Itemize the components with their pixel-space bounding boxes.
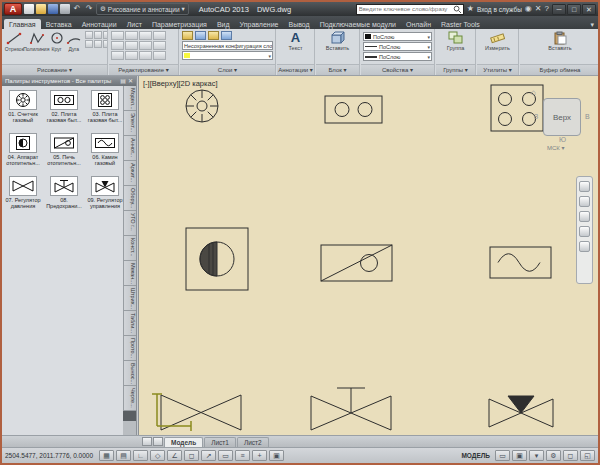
viewcube-west[interactable]: З xyxy=(534,113,538,120)
quick-view-layouts-icon[interactable] xyxy=(142,437,152,446)
navigation-bar[interactable] xyxy=(576,176,593,284)
maximize-button[interactable]: □ xyxy=(567,4,581,15)
trim-tool-icon[interactable] xyxy=(139,31,152,40)
palette-item-stove-2[interactable]: 02. Плита газовая быт... xyxy=(44,90,84,130)
mirror-tool-icon[interactable] xyxy=(125,41,138,50)
arc-tool[interactable]: Дуга xyxy=(66,31,82,52)
polyline-tool[interactable]: Полилиния xyxy=(26,31,48,52)
stretch-tool-icon[interactable] xyxy=(111,51,124,60)
dyn-toggle[interactable]: ≡ xyxy=(235,450,250,461)
search-icon[interactable] xyxy=(453,5,462,14)
palette-tab-2[interactable]: Аннот... xyxy=(123,136,136,161)
panel-properties-label[interactable]: Свойства ▾ xyxy=(361,64,434,75)
tab-raster-tools[interactable]: Raster Tools xyxy=(436,19,485,29)
quick-view-layouts-button[interactable]: ▭ xyxy=(495,450,510,461)
text-tool[interactable]: А Текст xyxy=(279,31,312,51)
erase-tool-icon[interactable] xyxy=(125,51,138,60)
tab-output[interactable]: Вывод xyxy=(284,19,315,29)
osnap-toggle[interactable]: ∠ xyxy=(167,450,182,461)
panel-layers-label[interactable]: Слои ▾ xyxy=(180,64,275,75)
palette-item-safety-valve[interactable]: 08. Предохрани... xyxy=(44,176,84,216)
application-menu-button[interactable]: A xyxy=(4,3,22,15)
offset-tool-icon[interactable] xyxy=(153,51,166,60)
circle-tool[interactable]: Круг xyxy=(49,31,65,52)
palette-tab-5[interactable]: УГО г... xyxy=(123,211,136,236)
drawing-area[interactable]: [-][Вверху][2D каркас] xyxy=(138,76,598,435)
copy-tool-icon[interactable] xyxy=(111,41,124,50)
full-navigation-wheel-icon[interactable] xyxy=(579,181,590,192)
layer-dropdown[interactable]: ▾ xyxy=(182,51,273,60)
palette-tab-12[interactable]: Черте... xyxy=(123,386,136,411)
entity-gas-meter[interactable] xyxy=(186,90,218,122)
palette-properties-icon[interactable]: ▤ xyxy=(120,76,126,86)
layer-on-icon[interactable] xyxy=(195,31,206,40)
pan-icon[interactable] xyxy=(579,196,590,207)
insert-block-tool[interactable]: Вставить xyxy=(318,31,357,51)
polar-toggle[interactable]: ◇ xyxy=(150,450,165,461)
3dosnap-toggle[interactable]: ◻ xyxy=(184,450,199,461)
entity-valve-control[interactable] xyxy=(489,396,553,427)
tab-view[interactable]: Вид xyxy=(212,19,235,29)
panel-groups-label[interactable]: Группы ▾ xyxy=(436,64,475,75)
hatch-tool-icon[interactable] xyxy=(103,31,107,39)
layer-state-dropdown[interactable]: Несохраненная конфигурация сло... ▾ xyxy=(182,41,273,50)
viewcube-wcs-dropdown[interactable]: МСК ▾ xyxy=(547,144,565,151)
quick-view-drawings-icon[interactable] xyxy=(153,437,163,446)
ellipse-tool-icon[interactable] xyxy=(94,31,102,39)
palette-tab-4[interactable]: Обору... xyxy=(123,186,136,211)
scale-tool-icon[interactable] xyxy=(139,41,152,50)
palette-item-gas-meter[interactable]: 01. Счетчик газовый xyxy=(3,90,43,130)
lock-icon[interactable]: ◻ xyxy=(563,450,578,461)
help-search-box[interactable] xyxy=(356,4,464,15)
panel-clipboard-label[interactable]: Буфер обмена xyxy=(520,64,600,75)
satellite-icon[interactable]: ◉ xyxy=(525,4,532,14)
transparency-toggle[interactable]: ▣ xyxy=(269,450,284,461)
close-button[interactable]: ✕ xyxy=(582,4,596,15)
measure-tool[interactable]: Измерить xyxy=(479,31,516,51)
panel-utilities-label[interactable]: Утилиты ▾ xyxy=(477,64,518,75)
palette-item-pressure-regulator[interactable]: 07. Регулятор давления xyxy=(3,176,43,216)
tab-layout1[interactable]: Лист1 xyxy=(204,437,236,447)
palette-item-heater[interactable]: 04. Аппарат отопительн... xyxy=(3,133,43,173)
ortho-toggle[interactable]: ∟ xyxy=(133,450,148,461)
annotation-scale-button[interactable]: ▾ xyxy=(529,450,544,461)
star-icon[interactable]: ★ xyxy=(467,4,474,14)
plot-icon[interactable] xyxy=(60,4,70,14)
model-space-label[interactable]: МОДЕЛЬ xyxy=(458,452,493,459)
entity-fireplace[interactable] xyxy=(490,247,551,278)
grid-toggle[interactable]: ▤ xyxy=(116,450,131,461)
viewcube-east[interactable]: В xyxy=(585,113,590,120)
palette-tab-7[interactable]: Механ... xyxy=(123,261,136,286)
undo-icon[interactable]: ↶ xyxy=(72,4,82,14)
rectangle-tool-icon[interactable] xyxy=(85,31,93,39)
layer-lock-icon[interactable] xyxy=(221,31,232,40)
coordinates-readout[interactable]: 2504.5477, 2011.7776, 0.0000 xyxy=(5,452,93,459)
zoom-icon[interactable] xyxy=(579,211,590,222)
entity-heating-apparatus[interactable] xyxy=(186,228,248,290)
paste-tool[interactable]: Вставить xyxy=(522,31,598,51)
palette-item-control-valve[interactable]: 09. Регулятор управления xyxy=(85,176,125,216)
redo-icon[interactable]: ↷ xyxy=(84,4,94,14)
panel-block-label[interactable]: Блок ▾ xyxy=(316,64,359,75)
panel-annotation-label[interactable]: Аннотации ▾ xyxy=(277,64,314,75)
minimize-button[interactable]: ─ xyxy=(552,4,566,15)
save-icon[interactable] xyxy=(48,4,58,14)
signin-label[interactable]: Вход в службы xyxy=(477,6,522,13)
entity-valve[interactable] xyxy=(161,395,241,430)
layer-freeze-icon[interactable] xyxy=(208,31,219,40)
lineweight-dropdown[interactable]: ПоСлою ▾ xyxy=(363,52,432,61)
point-tool-icon[interactable] xyxy=(94,40,102,48)
palette-item-stove-oven[interactable]: 05. Печь отопительн... xyxy=(44,133,84,173)
palette-close-icon[interactable]: ✕ xyxy=(128,76,133,86)
color-dropdown[interactable]: ПоСлою ▾ xyxy=(363,32,432,41)
palette-tab-overflow[interactable] xyxy=(123,411,136,421)
lwt-toggle[interactable]: + xyxy=(252,450,267,461)
palette-tab-10[interactable]: Прото... xyxy=(123,336,136,361)
tab-layout[interactable]: Лист xyxy=(122,19,147,29)
workspace-switching-icon[interactable]: ⚙ xyxy=(546,450,561,461)
entity-valve-safety[interactable] xyxy=(311,388,391,430)
tab-model[interactable]: Модель xyxy=(164,437,203,447)
palette-item-stove-4[interactable]: 03. Плита газовая быт... xyxy=(85,90,125,130)
showmotion-icon[interactable] xyxy=(579,241,590,252)
tab-online[interactable]: Онлайн xyxy=(401,19,436,29)
